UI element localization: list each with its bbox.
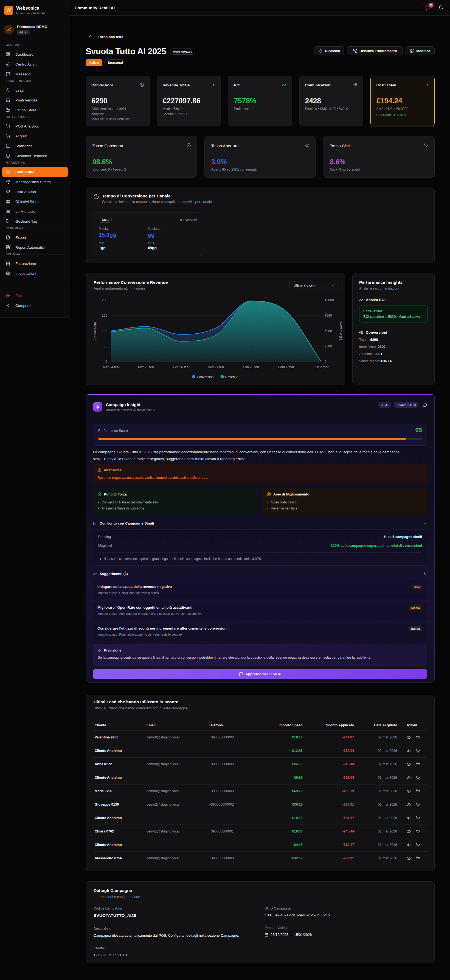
svg-text:Mer 25 feb: Mer 25 feb: [138, 365, 154, 369]
svg-text:Gio 26 feb: Gio 26 feb: [174, 365, 189, 369]
svg-text:7500: 7500: [325, 314, 332, 318]
svg-text:Mar 24 feb: Mar 24 feb: [103, 365, 119, 369]
svg-text:2500: 2500: [325, 344, 332, 348]
svg-text:260: 260: [102, 298, 107, 302]
svg-text:Dom 1 mar: Dom 1 mar: [278, 365, 294, 369]
svg-text:0: 0: [325, 360, 327, 364]
svg-text:Lun 2 mar: Lun 2 mar: [314, 365, 329, 369]
svg-text:Sab 28 feb: Sab 28 feb: [243, 365, 259, 369]
svg-text:0: 0: [105, 360, 107, 364]
svg-text:5000: 5000: [325, 329, 332, 333]
svg-text:10000: 10000: [325, 298, 334, 302]
svg-text:195: 195: [102, 314, 107, 318]
svg-text:130: 130: [102, 329, 107, 333]
svg-text:Conversioni: Conversioni: [93, 322, 97, 339]
svg-text:65: 65: [104, 344, 108, 348]
svg-text:Ven 27 feb: Ven 27 feb: [208, 365, 224, 369]
svg-text:Revenue (€): Revenue (€): [339, 322, 343, 340]
